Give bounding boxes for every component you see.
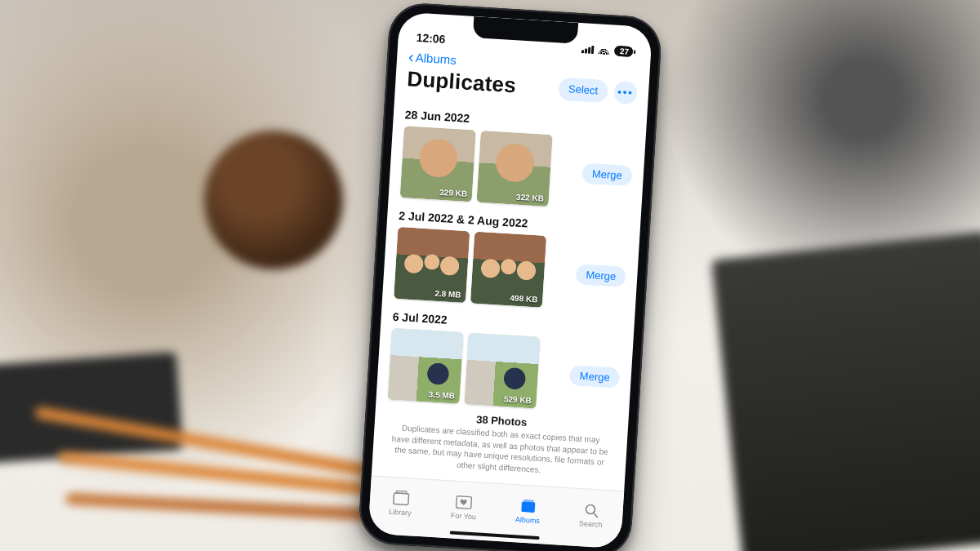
footer-summary: 38 Photos Duplicates are classified both…	[372, 401, 628, 484]
duplicate-group: 2 Jul 2022 & 2 Aug 2022 2.8 MB 498 KB M	[382, 198, 641, 315]
page-title: Duplicates	[407, 66, 517, 98]
merge-button[interactable]: Merge	[581, 162, 632, 186]
duplicate-group: 28 Jun 2022 329 KB 322 KB Merge	[389, 97, 648, 214]
duplicate-group: 6 Jul 2022 3.5 MB 529 KB Merge	[376, 300, 635, 416]
svg-rect-1	[396, 491, 407, 493]
select-button[interactable]: Select	[558, 77, 608, 103]
svg-line-6	[594, 513, 598, 518]
file-size-label: 2.8 MB	[434, 289, 461, 300]
tab-albums[interactable]: Albums	[515, 497, 541, 525]
search-icon	[582, 501, 601, 518]
more-button[interactable]: •••	[613, 80, 638, 104]
pencil-prop	[57, 451, 408, 500]
file-size-label: 322 KB	[516, 193, 545, 203]
chevron-left-icon: ‹	[408, 48, 415, 64]
tab-library[interactable]: Library	[389, 490, 412, 518]
keyboard-prop	[0, 352, 183, 464]
iphone-device: 12:06 27 ‹ Albums Duplicates	[358, 2, 663, 551]
back-label: Albums	[415, 50, 457, 66]
library-icon	[391, 490, 410, 507]
file-size-label: 3.5 MB	[428, 390, 455, 401]
file-size-label: 498 KB	[510, 293, 538, 304]
file-size-label: 329 KB	[439, 188, 468, 198]
thumbnail[interactable]: 529 KB	[464, 332, 540, 408]
cellular-icon	[581, 45, 594, 54]
status-time: 12:06	[416, 31, 446, 46]
heart-icon	[455, 494, 474, 511]
battery-icon: 27	[614, 46, 634, 57]
thumbnail[interactable]: 329 KB	[400, 126, 476, 202]
thumbnail[interactable]: 322 KB	[476, 131, 552, 207]
pinecone-prop	[204, 131, 343, 269]
tab-for-you[interactable]: For You	[451, 494, 478, 522]
svg-rect-3	[521, 501, 535, 513]
book-prop	[711, 231, 980, 551]
tab-label: Search	[579, 519, 603, 529]
wifi-icon	[598, 45, 611, 55]
thumbnail[interactable]: 3.5 MB	[388, 328, 464, 404]
thumbnail[interactable]: 2.8 MB	[394, 227, 470, 303]
duplicates-list[interactable]: 28 Jun 2022 329 KB 322 KB Merge	[372, 96, 648, 491]
merge-button[interactable]: Merge	[569, 365, 620, 389]
albums-icon	[519, 498, 537, 515]
merge-button[interactable]: Merge	[576, 264, 626, 287]
tab-label: Library	[389, 508, 412, 518]
tab-search[interactable]: Search	[579, 501, 604, 529]
thumbnail[interactable]: 498 KB	[470, 232, 546, 308]
file-size-label: 529 KB	[504, 394, 532, 405]
tab-label: For You	[451, 511, 477, 521]
svg-rect-0	[394, 493, 409, 505]
tab-label: Albums	[515, 515, 541, 525]
